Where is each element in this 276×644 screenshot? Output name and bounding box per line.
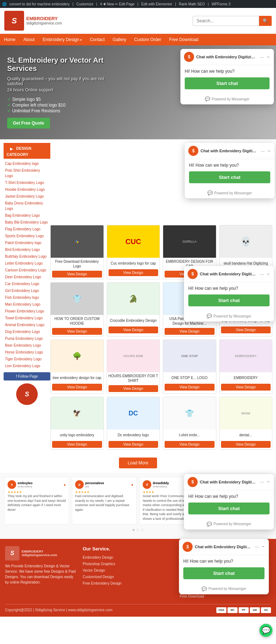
payment-icons: VISA MC PP AM DS: [216, 607, 271, 613]
product-image-15: 👕: [163, 397, 216, 429]
load-more-button[interactable]: Load More: [119, 458, 157, 468]
sidebar-item-dog[interactable]: Dog Embroidery Logo: [4, 328, 50, 335]
sidebar-item-car[interactable]: Car Embroidery Logo: [4, 280, 50, 287]
sidebar-facebook[interactable]: f Follow Page: [4, 372, 50, 380]
sidebar-item-hoodie[interactable]: Hoodie Embroidery Logo: [4, 186, 50, 193]
footer-bottom: Copyright@2022 | Sldigitizing Service | …: [5, 604, 271, 613]
chat-start-button-2[interactable]: Start chat: [189, 171, 270, 183]
sidebar-item-letter[interactable]: Letter Embroidery Logo: [4, 260, 50, 267]
product-img-text-4: 💀: [240, 237, 251, 247]
admin-bar-item2[interactable]: 4 ✚ New ✏ Edit Page: [100, 2, 134, 6]
sidebar-item-cartoon[interactable]: Cartoon Embroidery Logo: [4, 267, 50, 274]
search-input[interactable]: [193, 16, 259, 26]
view-button-6[interactable]: View Design: [109, 326, 158, 333]
nav-embroidery[interactable]: Embroidery Design: [38, 34, 86, 45]
sidebar-item-bag[interactable]: Bag Embroidery Logo: [4, 212, 50, 219]
sidebar-item-girl[interactable]: Girl Embroidery Logo: [4, 287, 50, 294]
chat-start-button-5[interactable]: Start chat: [183, 567, 264, 579]
sidebar-item-babydress[interactable]: Baby Dress Embroidery Logo: [4, 200, 50, 212]
view-button-1[interactable]: View Design: [52, 271, 102, 278]
chat-options-button-5[interactable]: ···: [254, 544, 260, 549]
sidebar-item-cap[interactable]: Cap Embroidery logo: [4, 160, 50, 167]
admin-bar-customize[interactable]: Customize: [76, 2, 93, 6]
admin-bar-rank[interactable]: Rank Math SEO: [179, 2, 205, 6]
sidebar-item-babybib[interactable]: Baby Bib Embroidery Logo: [4, 219, 50, 226]
site-header: S EMBROIDERY sldigitizingservice.com 🔍: [0, 8, 276, 34]
admin-bar-elementor[interactable]: Edit with Elementor: [141, 2, 172, 6]
nav-home[interactable]: Home: [0, 34, 19, 45]
sidebar-item-beer[interactable]: Beer Embroidery Logo: [4, 342, 50, 349]
chat-options-button-2[interactable]: ···: [260, 148, 266, 154]
view-button-7[interactable]: View Design: [165, 328, 215, 335]
chat-close-button-3[interactable]: −: [266, 271, 270, 277]
sidebar-item-jacket[interactable]: Jacket Embroidery Logo: [4, 193, 50, 200]
nav-custom-order[interactable]: Custom Order: [130, 34, 165, 45]
sidebar-item-bird[interactable]: Bird Embroidery Logo: [4, 246, 50, 253]
sidebar-item-man[interactable]: Man Embroidery Logo: [4, 301, 50, 308]
sidebar-item-towel[interactable]: Towel Embroidery Logo: [4, 315, 50, 321]
review-text-1: They took my job and finished it within …: [8, 494, 66, 512]
chat-start-button-3[interactable]: Start chat: [188, 294, 270, 306]
sidebar-item-animal[interactable]: Animal Embroidery Logo: [4, 321, 50, 328]
footer-service-item-4[interactable]: Customized Design: [83, 574, 174, 579]
chat-close-button-4[interactable]: −: [266, 479, 270, 485]
view-button-9[interactable]: View Design: [52, 384, 102, 391]
view-button-10[interactable]: View Design: [109, 385, 158, 392]
view-button-8[interactable]: View Design: [221, 326, 271, 333]
product-img-text-1: 🎭: [75, 240, 79, 243]
chat-close-button-2[interactable]: −: [267, 148, 271, 154]
chat-start-button-4[interactable]: Start chat: [188, 503, 270, 514]
footer-service-item-1[interactable]: Embroidery Design: [83, 554, 174, 560]
nav-free-download[interactable]: Free Download: [165, 34, 202, 45]
sidebar-item-deer[interactable]: Deer Embroidery Logo: [4, 274, 50, 280]
product-card-1: 🎭 Free Download Embroidery Logo View Des…: [50, 225, 104, 279]
admin-bar-wpforms[interactable]: WPForms 3: [212, 2, 231, 6]
hero-bullet-1: Quality guaranteed – you will not pay if…: [7, 76, 115, 86]
nav-about[interactable]: About: [19, 34, 38, 45]
sidebar-item-polo[interactable]: Polo Shirt Embroidery Logo: [4, 167, 50, 179]
view-button-13[interactable]: View Design: [52, 441, 102, 448]
chat-controls-4: ··· −: [259, 479, 270, 485]
nav-gallery[interactable]: Gallery: [109, 34, 130, 45]
sidebar-item-flag[interactable]: Flag Embroidery Logo: [4, 226, 50, 233]
view-button-5[interactable]: View Design: [52, 328, 102, 335]
chat-start-button-1[interactable]: Start chat: [185, 77, 270, 89]
chat-close-button-5[interactable]: −: [261, 544, 265, 549]
sidebar-item-puma[interactable]: Puma Embroidery Logo: [4, 335, 50, 342]
admin-bar-sep: |: [73, 2, 74, 6]
payment-pp: PP: [239, 607, 249, 613]
product-img-text-2: CUC: [125, 238, 141, 246]
sidebar-item-butterfly[interactable]: Buttrfaly Embroidery Logo: [4, 253, 50, 260]
view-button-16[interactable]: View Design: [221, 441, 271, 448]
sidebar-item-tiger[interactable]: Tiger Embroidery Logo: [4, 356, 50, 362]
sidebar-item-patch[interactable]: Patch Embroidery logo: [4, 239, 50, 246]
chat-options-button-3[interactable]: ···: [259, 271, 265, 277]
logo-initials: S: [12, 16, 17, 26]
admin-bar-sep: |: [175, 2, 176, 6]
view-button-15[interactable]: View Design: [165, 441, 215, 448]
footer-service-item-5[interactable]: Free Embroidery Design: [83, 580, 174, 586]
admin-bar-item[interactable]: convert to dst for machine embroidery: [9, 2, 70, 6]
chat-greeting-1: Hi! How can we help you?: [185, 69, 270, 74]
sidebar-item-sports[interactable]: Sports Embroidery Logo: [4, 233, 50, 239]
view-button-11[interactable]: View Design: [165, 384, 215, 391]
view-button-12[interactable]: View Design: [221, 384, 271, 391]
chat-header-5: $ Chat with Embroidery Digitizing S... ·…: [179, 539, 269, 555]
view-button-14[interactable]: View Design: [109, 441, 158, 448]
nav-contact[interactable]: Contact: [86, 34, 109, 45]
chat-options-button-4[interactable]: ···: [259, 479, 265, 485]
sidebar-item-flower[interactable]: Flower Embroidery Logo: [4, 308, 50, 315]
sidebar-item-lion[interactable]: Lion Embroidery Logo: [4, 362, 50, 369]
sidebar-item-horse[interactable]: Horse Embroidery Logo: [4, 349, 50, 356]
nav-embroidery-dropdown[interactable]: Embroidery Design: [38, 34, 86, 45]
chat-close-button-1[interactable]: −: [266, 54, 270, 60]
view-button-2[interactable]: View Design: [109, 269, 158, 276]
free-quote-button[interactable]: Get Free Quote: [7, 118, 50, 129]
sidebar-item-fish[interactable]: Fish Embroidery logo: [4, 294, 50, 301]
chat-options-button-1[interactable]: ···: [259, 54, 265, 60]
footer-service-item-2[interactable]: Photoshop Graphics: [83, 561, 174, 566]
footer-service-item-3[interactable]: Vector Design: [83, 567, 174, 573]
product-img-text-16: dental: [241, 411, 250, 415]
search-button[interactable]: 🔍: [259, 16, 272, 26]
sidebar-item-tshirt[interactable]: T-Shirt Embroidery Logo: [4, 179, 50, 186]
